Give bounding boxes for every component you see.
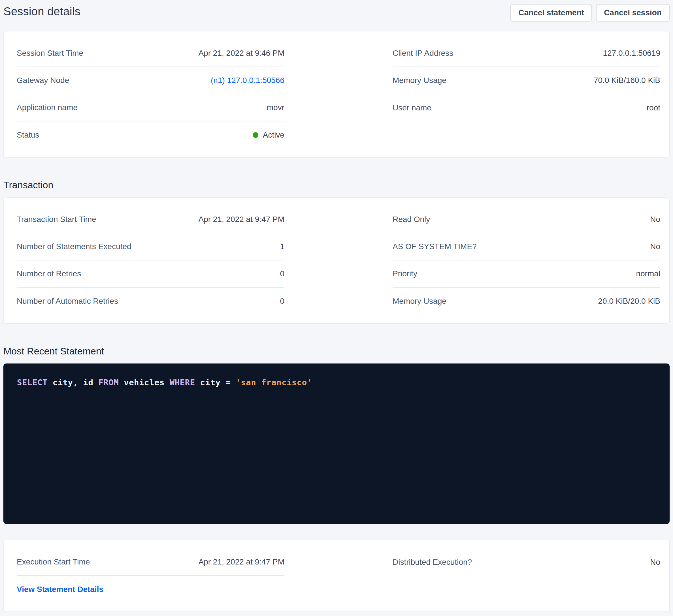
row-transaction-memory-usage: Memory Usage 20.0 KiB/20.0 KiB bbox=[393, 288, 660, 315]
row-label: Memory Usage bbox=[393, 297, 446, 306]
row-number-of-retries: Number of Retries 0 bbox=[17, 260, 284, 288]
row-label: Execution Start Time bbox=[17, 557, 90, 567]
row-label: Status bbox=[17, 130, 39, 139]
row-value: 1 bbox=[280, 242, 284, 251]
row-statements-executed: Number of Statements Executed 1 bbox=[17, 233, 284, 260]
row-label: Transaction Start Time bbox=[17, 215, 96, 224]
session-summary-right-column: Client IP Address 127.0.0.1:50619 Memory… bbox=[393, 40, 660, 121]
row-value: Apr 21, 2022 at 9:46 PM bbox=[198, 49, 284, 58]
status-active-dot-icon bbox=[253, 132, 258, 138]
row-transaction-start-time: Transaction Start Time Apr 21, 2022 at 9… bbox=[17, 206, 284, 233]
status-badge: Active bbox=[253, 130, 284, 139]
row-label: Number of Automatic Retries bbox=[17, 297, 118, 306]
row-client-ip-address: Client IP Address 127.0.0.1:50619 bbox=[393, 40, 660, 67]
sql-keyword-from: FROM bbox=[98, 378, 119, 387]
session-details-page: Session details Cancel statement Cancel … bbox=[0, 0, 673, 616]
execution-right-column: Distributed Execution? No bbox=[393, 549, 660, 576]
sql-keyword-where: WHERE bbox=[170, 378, 195, 387]
row-as-of-system-time: AS OF SYSTEM TIME? No bbox=[393, 233, 660, 260]
gateway-node-link[interactable]: (n1) 127.0.0.1:50566 bbox=[211, 76, 284, 85]
transaction-left-column: Transaction Start Time Apr 21, 2022 at 9… bbox=[17, 206, 284, 315]
row-value: 70.0 KiB/160.0 KiB bbox=[594, 76, 660, 85]
row-label: Client IP Address bbox=[393, 49, 453, 58]
row-value: Apr 21, 2022 at 9:47 PM bbox=[198, 215, 284, 224]
row-label: Gateway Node bbox=[17, 76, 69, 85]
row-gateway-node: Gateway Node (n1) 127.0.0.1:50566 bbox=[17, 67, 284, 94]
row-value: No bbox=[650, 242, 660, 251]
row-label: User name bbox=[393, 103, 431, 112]
status-text: Active bbox=[263, 130, 284, 139]
row-value: No bbox=[650, 215, 660, 224]
row-label: Read Only bbox=[393, 215, 430, 224]
row-value: 0 bbox=[280, 297, 284, 306]
row-label: Distributed Execution? bbox=[393, 558, 472, 567]
row-value: root bbox=[647, 103, 660, 112]
row-label: Number of Statements Executed bbox=[17, 242, 132, 251]
row-value: 0 bbox=[280, 269, 284, 278]
sql-statement-line: SELECT city, id FROM vehicles WHERE city… bbox=[17, 378, 656, 387]
row-label: AS OF SYSTEM TIME? bbox=[393, 242, 477, 251]
page-header: Session details Cancel statement Cancel … bbox=[3, 4, 670, 21]
row-value: 127.0.0.1:50619 bbox=[603, 49, 660, 58]
row-label: Application name bbox=[17, 103, 77, 112]
row-execution-start-time: Execution Start Time Apr 21, 2022 at 9:4… bbox=[17, 549, 284, 576]
session-summary-card: Session Start Time Apr 21, 2022 at 9:46 … bbox=[3, 31, 670, 158]
transaction-right-column: Read Only No AS OF SYSTEM TIME? No Prior… bbox=[393, 206, 660, 315]
execution-left-column: Execution Start Time Apr 21, 2022 at 9:4… bbox=[17, 549, 284, 603]
sql-statement-box: SELECT city, id FROM vehicles WHERE city… bbox=[3, 363, 670, 524]
row-read-only: Read Only No bbox=[393, 206, 660, 233]
view-statement-details-row: View Statement Details bbox=[17, 576, 284, 603]
row-automatic-retries: Number of Automatic Retries 0 bbox=[17, 288, 284, 315]
row-label: Number of Retries bbox=[17, 269, 81, 278]
row-label: Memory Usage bbox=[393, 76, 446, 85]
most-recent-statement-heading: Most Recent Statement bbox=[3, 346, 670, 357]
row-memory-usage: Memory Usage 70.0 KiB/160.0 KiB bbox=[393, 67, 660, 94]
sql-text: city, id bbox=[48, 378, 98, 387]
row-label: Session Start Time bbox=[17, 49, 83, 58]
row-value: No bbox=[650, 558, 660, 567]
sql-string-literal: 'san francisco' bbox=[236, 378, 312, 387]
execution-card: Execution Start Time Apr 21, 2022 at 9:4… bbox=[3, 540, 670, 612]
row-status: Status Active bbox=[17, 121, 284, 148]
row-value: Apr 21, 2022 at 9:47 PM bbox=[198, 557, 284, 567]
row-value: movr bbox=[267, 103, 284, 112]
row-session-start-time: Session Start Time Apr 21, 2022 at 9:46 … bbox=[17, 40, 284, 67]
sql-text: vehicles bbox=[119, 378, 170, 387]
page-title: Session details bbox=[3, 4, 80, 18]
sql-keyword-select: SELECT bbox=[17, 378, 48, 387]
row-label: Priority bbox=[393, 269, 417, 278]
row-value: 20.0 KiB/20.0 KiB bbox=[598, 297, 660, 306]
row-priority: Priority normal bbox=[393, 260, 660, 288]
row-value: normal bbox=[636, 269, 660, 278]
view-statement-details-link[interactable]: View Statement Details bbox=[17, 585, 103, 594]
row-application-name: Application name movr bbox=[17, 94, 284, 121]
row-user-name: User name root bbox=[393, 94, 660, 121]
cancel-statement-button[interactable]: Cancel statement bbox=[510, 4, 592, 21]
header-actions: Cancel statement Cancel session bbox=[510, 4, 670, 21]
transaction-card: Transaction Start Time Apr 21, 2022 at 9… bbox=[3, 197, 670, 324]
row-distributed-execution: Distributed Execution? No bbox=[393, 549, 660, 576]
transaction-heading: Transaction bbox=[3, 180, 670, 191]
session-summary-left-column: Session Start Time Apr 21, 2022 at 9:46 … bbox=[17, 40, 284, 148]
cancel-session-button[interactable]: Cancel session bbox=[596, 4, 670, 21]
sql-text: city = bbox=[195, 378, 236, 387]
